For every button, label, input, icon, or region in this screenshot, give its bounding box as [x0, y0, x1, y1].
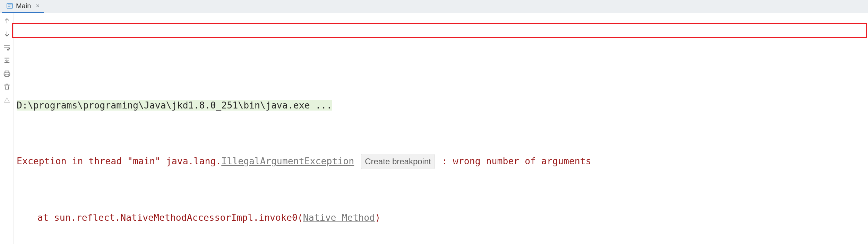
scroll-down-icon[interactable]: [3, 30, 11, 38]
end-marker-icon: [3, 96, 11, 104]
console-gutter: [0, 13, 14, 244]
stack-frame: at sun.reflect.NativeMethodAccessorImpl.…: [14, 211, 868, 225]
console-output[interactable]: D:\programs\programing\Java\jkd1.8.0_251…: [14, 13, 868, 244]
command-line-text: D:\programs\programing\Java\jkd1.8.0_251…: [17, 100, 332, 111]
run-config-icon: [6, 2, 13, 9]
svg-rect-2: [8, 6, 10, 7]
content-area: D:\programs\programing\Java\jkd1.8.0_251…: [0, 13, 868, 244]
exception-prefix: Exception in thread "main" java.lang.: [17, 156, 221, 166]
print-icon[interactable]: [3, 69, 11, 78]
create-breakpoint-button[interactable]: Create breakpoint: [361, 154, 435, 169]
console-exception-line: Exception in thread "main" java.lang.Ill…: [14, 154, 868, 169]
stack-at: at sun.reflect.NativeMethodAccessorImpl.…: [17, 212, 303, 223]
svg-rect-1: [8, 5, 11, 5]
console-command-line: D:\programs\programing\Java\jkd1.8.0_251…: [14, 98, 868, 112]
trash-icon[interactable]: [3, 82, 11, 91]
scroll-to-end-icon[interactable]: [3, 56, 11, 64]
soft-wrap-icon[interactable]: [3, 43, 11, 51]
scroll-up-icon[interactable]: [3, 17, 11, 25]
exception-class-link[interactable]: IllegalArgumentException: [221, 156, 354, 166]
tab-label: Main: [16, 2, 31, 10]
tab-main[interactable]: Main ×: [2, 0, 44, 13]
stack-tail: ): [375, 212, 380, 223]
close-icon[interactable]: ×: [36, 2, 40, 10]
exception-suffix: : wrong number of arguments: [442, 156, 591, 166]
highlight-box: [12, 23, 867, 38]
stack-link[interactable]: Native Method: [303, 212, 375, 223]
tab-bar: Main ×: [0, 0, 868, 13]
